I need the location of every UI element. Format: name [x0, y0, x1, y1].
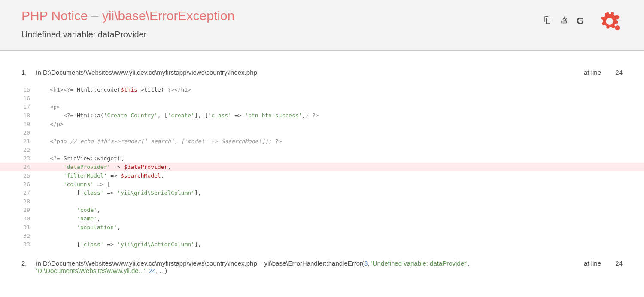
- line-num: 26: [0, 180, 36, 189]
- line-num: 22: [0, 146, 36, 154]
- code-line: 28: [0, 197, 644, 206]
- code-line: 27 ['class' => 'yii\grid\SerialColumn'],: [0, 189, 644, 197]
- line-num: 31: [0, 223, 36, 232]
- line-num: 17: [0, 103, 36, 111]
- code-line: 32: [0, 232, 644, 240]
- line-num: 21: [0, 137, 36, 146]
- line-num: 24: [0, 163, 36, 171]
- code-line: 31 'population',: [0, 223, 644, 232]
- code-line: 16: [0, 94, 644, 103]
- line-num: 28: [0, 197, 36, 206]
- code-line: 22: [0, 146, 644, 154]
- stackoverflow-icon[interactable]: [560, 15, 568, 27]
- code-content: ['class' => 'yii\grid\SerialColumn'],: [36, 189, 644, 197]
- code-line: 17 <p>: [0, 103, 644, 111]
- line-number: 24: [615, 260, 623, 267]
- stack-file: D:\Documents\Websites\www.yii.dev.cc\myf…: [43, 69, 257, 76]
- stack-item-1[interactable]: 1. in D:\Documents\Websites\www.yii.dev.…: [0, 64, 644, 249]
- toolbar-icons: G: [537, 15, 584, 27]
- line-num: 23: [0, 154, 36, 163]
- code-content: <?= Html::a('Create Country', ['create']…: [36, 111, 644, 120]
- line-num: 19: [0, 120, 36, 129]
- line-num: 32: [0, 232, 36, 240]
- svg-point-1: [615, 25, 620, 30]
- error-message: Undefined variable: dataProvider: [21, 30, 623, 40]
- line-num: 27: [0, 189, 36, 197]
- line-num: 18: [0, 111, 36, 120]
- stack-item-header[interactable]: 1. in D:\Documents\Websites\www.yii.dev.…: [0, 64, 644, 81]
- line-num: 30: [0, 214, 36, 223]
- code-content: [36, 232, 644, 240]
- code-line: 18 <?= Html::a('Create Country', ['creat…: [0, 111, 644, 120]
- call-stack: 1. in D:\Documents\Websites\www.yii.dev.…: [0, 64, 644, 274]
- copy-icon[interactable]: [543, 15, 552, 27]
- line-num: 20: [0, 129, 36, 137]
- code-line: 23 <?= GridView::widget([: [0, 154, 644, 163]
- line-num: 33: [0, 240, 36, 249]
- code-content: [36, 197, 644, 206]
- code-block: 15 <h1><?= Html::encode($this->title) ?>…: [0, 86, 644, 249]
- error-header: G PHP Notice – yii\base\ErrorException U…: [0, 0, 644, 51]
- line-num: 25: [0, 171, 36, 180]
- code-content: [36, 94, 644, 103]
- code-content: </p>: [36, 120, 644, 129]
- code-content: 'columns' => [: [36, 180, 644, 189]
- at-line-label: at line: [584, 69, 601, 76]
- svg-point-0: [616, 15, 620, 19]
- code-content: 'population',: [36, 223, 644, 232]
- line-num: 16: [0, 94, 36, 103]
- error-name: PHP Notice: [21, 9, 88, 23]
- gears-icon: [599, 11, 623, 36]
- line-num: 15: [0, 86, 36, 94]
- code-content: <?php // echo $this->render('_search', […: [36, 137, 644, 146]
- code-line: 19 </p>: [0, 120, 644, 129]
- code-content: 'filterModel' => $searchModel,: [36, 171, 644, 180]
- code-line: 21 <?php // echo $this->render('_search'…: [0, 137, 644, 146]
- code-content: 'name',: [36, 214, 644, 223]
- code-line: 33 ['class' => 'yii\grid\ActionColumn'],: [0, 240, 644, 249]
- error-title: PHP Notice – yii\base\ErrorException: [21, 9, 623, 23]
- code-content: <?= GridView::widget([: [36, 154, 644, 163]
- stack-num: 1.: [21, 69, 34, 76]
- code-line: 29 'code',: [0, 206, 644, 214]
- code-line: 25 'filterModel' => $searchModel,: [0, 171, 644, 180]
- code-content: <h1><?= Html::encode($this->title) ?></h…: [36, 86, 644, 94]
- line-number: 24: [615, 69, 623, 76]
- exception-class[interactable]: yii\base\ErrorException: [102, 9, 234, 23]
- code-line: 24 'dataProvider' => $dataProvider,: [0, 163, 644, 171]
- dash: –: [88, 9, 102, 23]
- code-line: 30 'name',: [0, 214, 644, 223]
- code-line: 26 'columns' => [: [0, 180, 644, 189]
- code-content: ['class' => 'yii\grid\ActionColumn'],: [36, 240, 644, 249]
- stack-in: in: [36, 69, 43, 76]
- code-content: 'dataProvider' => $dataProvider,: [36, 163, 644, 171]
- stack-text: in D:\Documents\Websites\www.yii.dev.cc\…: [36, 260, 543, 274]
- code-line: 20: [0, 129, 644, 137]
- line-num: 29: [0, 206, 36, 214]
- code-content: [36, 146, 644, 154]
- code-content: 'code',: [36, 206, 644, 214]
- code-content: [36, 129, 644, 137]
- code-content: <p>: [36, 103, 644, 111]
- stack-item-2[interactable]: 2. in D:\Documents\Websites\www.yii.dev.…: [0, 260, 644, 274]
- at-line-label: at line: [584, 260, 601, 267]
- code-line: 15 <h1><?= Html::encode($this->title) ?>…: [0, 86, 644, 94]
- google-icon[interactable]: G: [577, 15, 584, 27]
- stack-num: 2.: [21, 260, 34, 267]
